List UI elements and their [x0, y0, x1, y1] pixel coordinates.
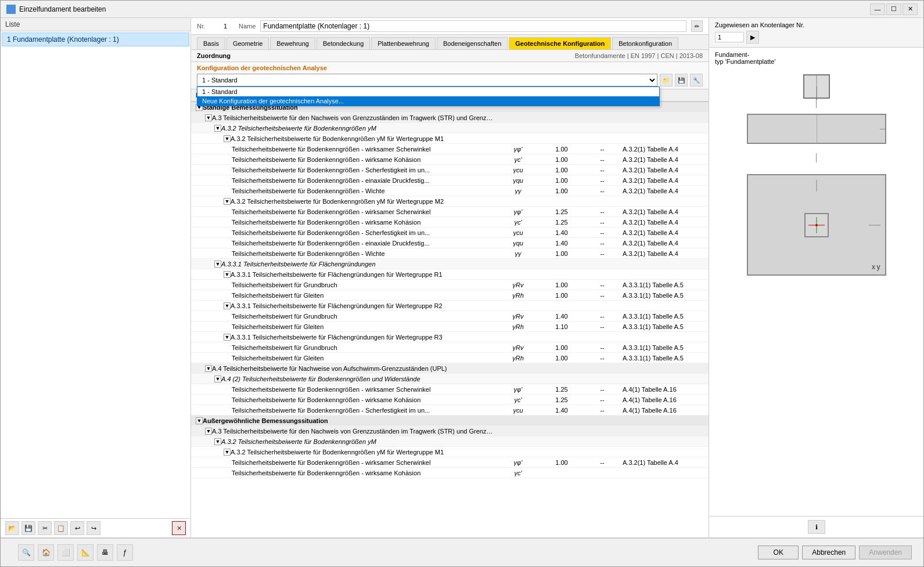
expand-btn[interactable]: ▼	[214, 125, 221, 132]
tab-bewehrung[interactable]: Bewehrung	[270, 37, 315, 49]
right-arrow	[869, 225, 880, 225]
table-row[interactable]: Teilsicherheitsbeiwerte für Bodenkenngrö…	[191, 238, 709, 248]
table-row[interactable]: Teilsicherheitsbeiwerte für Bodenkenngrö…	[191, 457, 709, 468]
table-row[interactable]: ▼ A.3.3.1 Teilsicherheitsbeiwerte für Fl…	[191, 269, 709, 280]
info-button[interactable]: ℹ	[808, 520, 825, 534]
table-row[interactable]: Teilsicherheitsbeiwerte für Bodenkenngrö…	[191, 144, 709, 154]
config-save-btn[interactable]: 💾	[675, 74, 688, 86]
table-row[interactable]: Teilsicherheitsbeiwert für Grundbruch γR…	[191, 280, 709, 290]
view-btn[interactable]: ⬜	[57, 544, 74, 561]
table-row[interactable]: ▼ A.3.2 Teilsicherheitsbeiwerte für Bode…	[191, 447, 709, 457]
expand-btn[interactable]: ▼	[224, 334, 231, 341]
table-row[interactable]: ▼ A.4 Teilsicherheitsbeiwerte für Nachwe…	[191, 363, 709, 374]
table-row[interactable]: Teilsicherheitsbeiwerte für Bodenkenngrö…	[191, 248, 709, 259]
minimize-button[interactable]: —	[870, 3, 885, 15]
fundament-type-value: typ 'Fundamentplatte'	[715, 58, 918, 65]
table-row[interactable]: ▼ Außergewöhnliche Bemessungssituation	[191, 416, 709, 426]
row-symbol: γc'	[495, 470, 541, 476]
row-value: 1.00	[541, 250, 582, 257]
table-row[interactable]: Teilsicherheitsbeiwerte für Bodenkenngrö…	[191, 186, 709, 196]
measure-btn[interactable]: 📐	[77, 544, 94, 561]
cut-button[interactable]: ✂	[38, 521, 52, 535]
table-row[interactable]: ▼ A.3.2 Teilsicherheitsbeiwerte für Bode…	[191, 436, 709, 447]
print-btn[interactable]: 🖶	[97, 544, 113, 561]
dropdown-item-new[interactable]: Neue Konfiguration der geotechnischen An…	[197, 96, 659, 106]
tab-betonkonfiguration[interactable]: Betonkonfiguration	[612, 37, 678, 49]
func-btn[interactable]: ƒ	[117, 544, 133, 561]
dropdown-item-standard[interactable]: 1 - Standard	[197, 87, 659, 96]
open-button[interactable]: 📂	[5, 521, 19, 535]
row-note: A.3.2(1) Tabelle A.4	[623, 187, 704, 194]
assigned-input[interactable]	[715, 32, 744, 42]
row-value: 1.10	[541, 323, 582, 330]
table-row[interactable]: Teilsicherheitsbeiwert für Grundbruch γR…	[191, 311, 709, 322]
table-row[interactable]: Teilsicherheitsbeiwert für Gleiten γRh 1…	[191, 353, 709, 363]
table-row[interactable]: Teilsicherheitsbeiwerte für Bodenkenngrö…	[191, 207, 709, 217]
config-select[interactable]: 1 - Standard Neue Konfiguration der geot…	[197, 74, 657, 86]
table-row[interactable]: ▼ A.3.2 Teilsicherheitsbeiwerte für Bode…	[191, 123, 709, 133]
close-button[interactable]: ✕	[903, 3, 918, 15]
edit-button[interactable]: ✏	[691, 20, 703, 32]
expand-btn[interactable]: ▼	[224, 198, 231, 205]
expand-btn[interactable]: ▼	[196, 417, 203, 424]
table-row[interactable]: Teilsicherheitsbeiwerte für Bodenkenngrö…	[191, 165, 709, 175]
home-btn[interactable]: 🏠	[38, 544, 54, 561]
tab-geometrie[interactable]: Geometrie	[226, 37, 269, 49]
tab-bodeneigenschaften[interactable]: Bodeneigenschaften	[437, 37, 508, 49]
tab-geotechnische-konfiguration[interactable]: Geotechnische Konfiguration	[509, 37, 611, 49]
table-row[interactable]: Teilsicherheitsbeiwerte für Bodenkenngrö…	[191, 405, 709, 416]
undo-button[interactable]: ↩	[70, 521, 84, 535]
tab-plattenbewehrung[interactable]: Plattenbewehrung	[371, 37, 436, 49]
table-row[interactable]: Teilsicherheitsbeiwerte für Bodenkenngrö…	[191, 384, 709, 395]
table-row[interactable]: Teilsicherheitsbeiwerte für Bodenkenngrö…	[191, 154, 709, 165]
name-input[interactable]	[260, 20, 686, 32]
table-row[interactable]: Teilsicherheitsbeiwerte für Bodenkenngrö…	[191, 175, 709, 186]
row-label: Teilsicherheitsbeiwerte für Bodenkenngrö…	[232, 219, 495, 226]
row-value: 1.25	[541, 208, 582, 215]
row-label: A.3.3.1 Teilsicherheitsbeiwerte für Fläc…	[231, 302, 495, 309]
zoom-btn[interactable]: 🔍	[18, 544, 34, 561]
expand-btn[interactable]: ▼	[224, 135, 231, 142]
list-item[interactable]: 1 Fundamentplatte (Knotenlager : 1)	[2, 32, 189, 46]
expand-btn[interactable]: ▼	[214, 438, 221, 445]
expand-btn[interactable]: ▼	[214, 375, 221, 382]
redo-button[interactable]: ↪	[87, 521, 100, 535]
table-row[interactable]: ▼ A.3.3.1 Teilsicherheitsbeiwerte für Fl…	[191, 301, 709, 311]
expand-btn[interactable]: ▼	[205, 114, 212, 121]
delete-button[interactable]: ✕	[172, 521, 186, 535]
table-row[interactable]: ▼ A.3 Teilsicherheitsbeiwerte für den Na…	[191, 113, 709, 123]
ok-button[interactable]: OK	[758, 546, 799, 559]
table-row[interactable]: Teilsicherheitsbeiwerte für Bodenkenngrö…	[191, 395, 709, 405]
maximize-button[interactable]: ☐	[886, 3, 901, 15]
copy-button[interactable]: 📋	[54, 521, 68, 535]
tab-basis[interactable]: Basis	[197, 37, 225, 49]
config-open-btn[interactable]: 📁	[660, 74, 673, 86]
assigned-nav-btn[interactable]: ▶	[746, 31, 759, 44]
save-button[interactable]: 💾	[21, 521, 35, 535]
tab-betondeckung[interactable]: Betondeckung	[317, 37, 370, 49]
title-bar-controls: — ☐ ✕	[870, 3, 918, 15]
table-row[interactable]: Teilsicherheitsbeiwert für Grundbruch γR…	[191, 342, 709, 353]
table-row[interactable]: ▼ A.3 Teilsicherheitsbeiwerte für den Na…	[191, 426, 709, 436]
table-row[interactable]: Teilsicherheitsbeiwert für Gleiten γRh 1…	[191, 322, 709, 332]
table-row[interactable]: Teilsicherheitsbeiwerte für Bodenkenngrö…	[191, 217, 709, 227]
table-row[interactable]: ▼ A.3.3.1 Teilsicherheitsbeiwerte für Fl…	[191, 332, 709, 342]
table-body[interactable]: ▼ Ständige Bemessungssituation ▼	[191, 102, 709, 537]
cancel-button[interactable]: Abbrechen	[802, 546, 855, 559]
expand-btn[interactable]: ▼	[224, 271, 231, 278]
table-row[interactable]: ▼ A.4 (2) Teilsicherheitsbeiwerte für Bo…	[191, 374, 709, 384]
expand-btn[interactable]: ▼	[224, 449, 231, 456]
table-row[interactable]: ▼ A.3.2 Teilsicherheitsbeiwerte für Bode…	[191, 133, 709, 144]
table-row[interactable]: Teilsicherheitsbeiwerte für Bodenkenngrö…	[191, 468, 709, 478]
row-value: 1.00	[541, 177, 582, 184]
expand-btn[interactable]: ▼	[205, 428, 212, 435]
row-value: 1.40	[541, 407, 582, 414]
table-row[interactable]: ▼ A.3.3.1 Teilsicherheitsbeiwerte für Fl…	[191, 259, 709, 269]
table-row[interactable]: ▼ A.3.2 Teilsicherheitsbeiwerte für Bode…	[191, 196, 709, 207]
expand-btn[interactable]: ▼	[214, 261, 221, 268]
table-row[interactable]: Teilsicherheitsbeiwert für Gleiten γRh 1…	[191, 290, 709, 301]
table-row[interactable]: Teilsicherheitsbeiwerte für Bodenkenngrö…	[191, 227, 709, 238]
expand-btn[interactable]: ▼	[205, 365, 212, 372]
config-edit-btn[interactable]: 🔧	[690, 74, 703, 86]
expand-btn[interactable]: ▼	[224, 302, 231, 309]
